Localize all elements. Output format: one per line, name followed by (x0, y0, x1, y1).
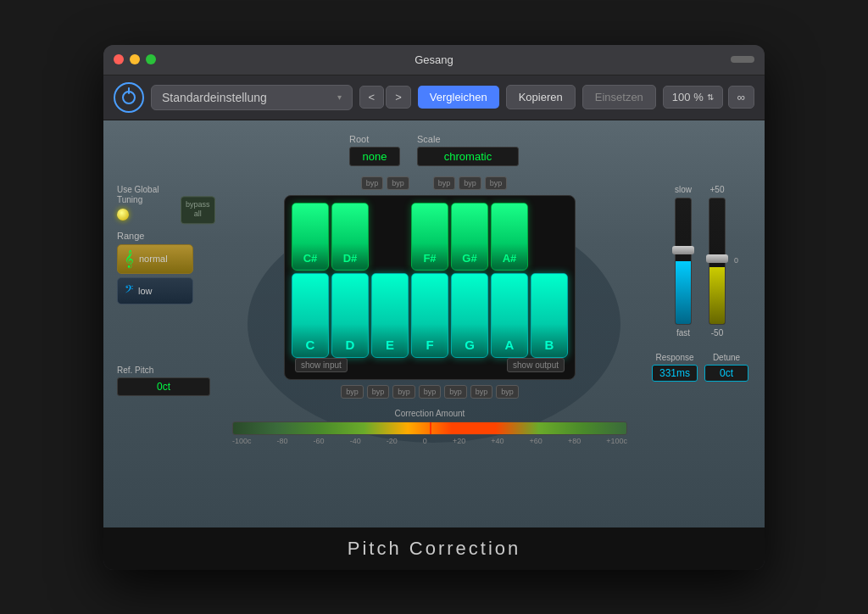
use-global-tuning-label: Use GlobalTuning (117, 185, 159, 205)
scale-control: Scale chromatic (417, 134, 519, 166)
bypass-all-button[interactable]: bypass all (181, 196, 215, 224)
minimize-button[interactable] (130, 54, 140, 64)
plugin-body: Root none Scale chromatic Use GlobalTuni… (103, 120, 765, 527)
scale-mark-p80: +80 (568, 437, 581, 445)
nav-forward-button[interactable]: > (386, 86, 411, 109)
byp-g-sharp-button[interactable]: byp (459, 176, 481, 190)
ref-pitch-value[interactable]: 0ct (117, 377, 210, 396)
response-slider-track[interactable] (675, 198, 692, 325)
byp-bottom-g[interactable]: byp (444, 385, 467, 399)
key-e[interactable]: E (371, 273, 409, 358)
key-g-sharp[interactable]: G# (451, 203, 488, 271)
scale-mark-n40: -40 (350, 437, 361, 445)
detune-minus-label: -50 (711, 328, 723, 338)
scale-mark-p20: +20 (453, 437, 465, 445)
response-slider-handle[interactable] (672, 246, 694, 254)
key-d[interactable]: D (331, 273, 369, 358)
paste-button[interactable]: Einsetzen (582, 85, 656, 109)
dropdown-arrow-icon: ▾ (337, 92, 342, 102)
response-value-col: Response 331ms (652, 353, 698, 382)
scale-display[interactable]: chromatic (417, 147, 519, 166)
link-icon: ∞ (737, 91, 745, 103)
correction-section: Correction Amount -100c -80 -60 -40 -20 … (232, 409, 627, 447)
window-controls (114, 54, 156, 64)
minimize-pill (731, 56, 754, 63)
copy-button[interactable]: Kopieren (506, 85, 576, 109)
show-btns-row: show input show output (292, 358, 568, 372)
response-slider-section: slow fast (675, 185, 692, 338)
bottom-byp-row: byp byp byp byp byp byp byp (341, 385, 519, 399)
toolbar: Standardeinstellung ▾ < > Vergleichen Ko… (103, 75, 765, 120)
compare-button[interactable]: Vergleichen (418, 86, 499, 109)
key-c-sharp[interactable]: C# (292, 203, 329, 271)
center-panel: bypass all byp byp byp byp byp (210, 176, 649, 447)
range-low-button[interactable]: 𝄢 low (117, 277, 193, 304)
maximize-button[interactable] (146, 54, 156, 64)
response-slow-label: slow (675, 185, 692, 194)
link-button[interactable]: ∞ (728, 86, 754, 109)
keyboard-container: C# D# F# G# A# C D E F G (284, 195, 576, 380)
range-normal-label: normal (139, 254, 168, 264)
nav-back-button[interactable]: < (359, 86, 385, 109)
scale-mark-n80: -80 (276, 437, 287, 445)
key-b[interactable]: B (531, 273, 568, 358)
sliders-group: slow fast +50 0 (675, 185, 726, 338)
byp-d-sharp-button[interactable]: byp (387, 176, 409, 190)
response-detune-values: Response 331ms Detune 0ct (652, 353, 748, 382)
detune-slider-track[interactable]: 0 (709, 198, 726, 325)
right-panel: slow fast +50 0 (649, 176, 751, 382)
close-button[interactable] (114, 54, 124, 64)
byp-bottom-c[interactable]: byp (341, 385, 364, 399)
scale-mark-0: 0 (423, 437, 427, 445)
detune-zero-label: 0 (734, 256, 738, 265)
byp-bottom-b[interactable]: byp (496, 385, 519, 399)
byp-bottom-f[interactable]: byp (419, 385, 442, 399)
show-output-button[interactable]: show output (507, 358, 565, 372)
key-c[interactable]: C (292, 273, 329, 358)
byp-c-sharp-button[interactable]: byp (361, 176, 384, 190)
bass-clef-icon: 𝄢 (125, 283, 133, 299)
byp-bottom-e[interactable]: byp (392, 385, 415, 399)
detune-slider-handle[interactable] (706, 254, 728, 263)
preset-name: Standardeinstellung (162, 91, 267, 104)
root-display[interactable]: none (349, 147, 400, 166)
key-f-sharp[interactable]: F# (411, 203, 448, 271)
byp-bottom-d[interactable]: byp (367, 385, 390, 399)
nav-group: < > (359, 86, 411, 109)
footer: Pitch Correction (103, 527, 765, 570)
key-a-sharp[interactable]: A# (491, 203, 528, 271)
byp-bottom-a[interactable]: byp (470, 385, 493, 399)
power-button[interactable] (114, 82, 144, 113)
show-input-button[interactable]: show input (295, 358, 348, 372)
percent-control[interactable]: 100 % ⇅ (663, 86, 723, 109)
detune-value-col: Detune 0ct (704, 353, 748, 382)
white-keys-row: C D E F G A B (292, 273, 568, 358)
range-section: Range 𝄞 normal 𝄢 low (117, 231, 210, 304)
scale-mark-p100: +100c (606, 437, 627, 445)
key-f[interactable]: F (411, 273, 448, 358)
key-d-sharp[interactable]: D# (331, 203, 369, 271)
ref-pitch-label: Ref. Pitch (117, 366, 210, 375)
root-label: Root (349, 134, 400, 144)
footer-title: Pitch Correction (348, 538, 521, 560)
preset-dropdown[interactable]: Standardeinstellung ▾ (151, 85, 353, 110)
global-tuning-led[interactable] (117, 209, 129, 220)
detune-slider-fill (709, 267, 725, 324)
key-a[interactable]: A (491, 273, 528, 358)
key-g[interactable]: G (451, 273, 488, 358)
byp-f-sharp-button[interactable]: byp (433, 176, 456, 190)
correction-scale: -100c -80 -60 -40 -20 0 +20 +40 +60 +80 … (232, 435, 627, 447)
title-bar-right (731, 56, 754, 63)
correction-label: Correction Amount (232, 409, 627, 418)
window-title: Gesang (415, 53, 453, 66)
scale-mark-p40: +40 (491, 437, 504, 445)
scale-mark-n100: -100c (232, 437, 252, 445)
byp-a-sharp-button[interactable]: byp (485, 176, 508, 190)
correction-bar[interactable] (232, 421, 627, 435)
percent-value: 100 % (672, 91, 704, 103)
range-normal-button[interactable]: 𝄞 normal (117, 244, 193, 274)
ref-pitch-section: Ref. Pitch 0ct (117, 366, 210, 396)
treble-clef-icon: 𝄞 (125, 250, 134, 268)
detune-value-box[interactable]: 0ct (704, 365, 748, 382)
response-value-box[interactable]: 331ms (652, 365, 698, 382)
